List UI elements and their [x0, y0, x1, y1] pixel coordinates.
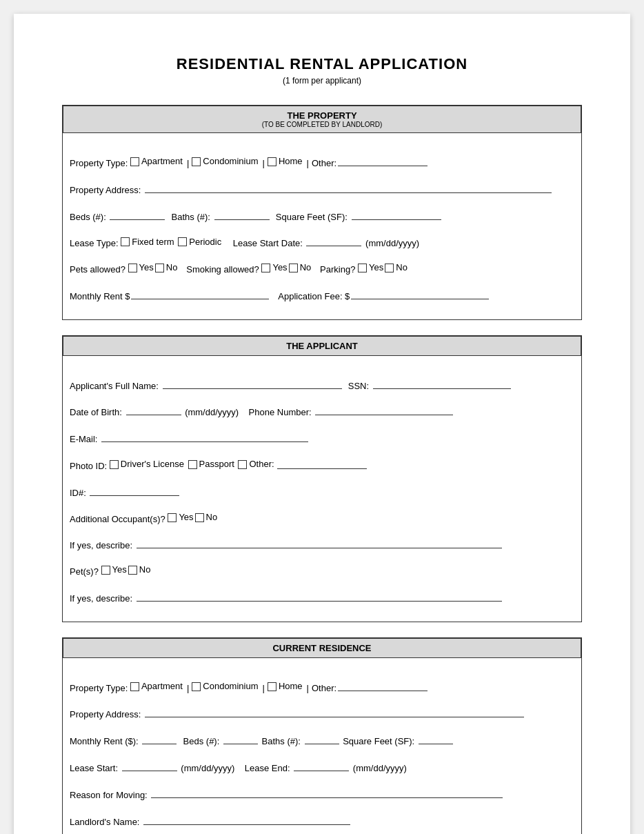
photo-other-label: Other: [249, 457, 274, 472]
lease-type-row: Lease Type: Fixed term Periodic Lease St… [70, 234, 574, 251]
parking-label: Parking? [320, 263, 355, 277]
dob-input[interactable] [126, 403, 181, 415]
applicant-pets-yes-checkbox[interactable] [101, 566, 110, 575]
cr-apartment-checkbox[interactable] [130, 682, 139, 691]
baths-input[interactable] [214, 208, 270, 220]
cr-property-type-label: Property Type: [70, 682, 128, 696]
applicant-section-body: Applicant's Full Name: SSN: Date of Birt… [63, 367, 581, 622]
home-label: Home [279, 155, 303, 169]
square-feet-label: Square Feet (SF): [276, 210, 348, 225]
cr-reason-input[interactable] [151, 786, 503, 798]
applicant-section: THE APPLICANT Applicant's Full Name: SSN… [62, 335, 582, 622]
cr-monthly-rent-input[interactable] [142, 732, 177, 744]
page: RESIDENTIAL RENTAL APPLICATION (1 form p… [14, 14, 630, 834]
cr-condo-checkbox[interactable] [192, 682, 201, 691]
email-row: E-Mail: [70, 430, 574, 447]
phone-input[interactable] [315, 403, 453, 415]
cr-beds-label: Beds (#): [183, 735, 220, 749]
cr-lease-end-format: (mm/dd/yyyy) [353, 762, 407, 776]
cr-lease-start-label: Lease Start: [70, 762, 118, 776]
periodic-checkbox[interactable] [178, 237, 187, 246]
dob-format-label: (mm/dd/yyyy) [185, 406, 239, 420]
parking-yes-item: Yes [358, 261, 383, 275]
property-section: THE PROPERTY (TO BE COMPLETED BY LANDLOR… [62, 105, 582, 320]
cr-baths-input[interactable] [305, 732, 339, 744]
cr-address-input[interactable] [145, 705, 524, 717]
application-fee-input[interactable] [351, 287, 489, 299]
pets-no-item: No [155, 261, 178, 275]
current-residence-body: Property Type: Apartment | Condominium |… [63, 669, 581, 834]
id-number-input[interactable] [90, 484, 179, 496]
apartment-checkbox[interactable] [130, 157, 139, 166]
drivers-license-item: Driver's License [110, 457, 184, 472]
cr-home-checkbox[interactable] [268, 682, 276, 691]
apartment-checkbox-item: Apartment [130, 155, 183, 169]
cr-home-label: Home [279, 679, 303, 694]
cr-landlord-name-input[interactable] [143, 813, 350, 825]
smoking-yes-checkbox[interactable] [261, 264, 270, 272]
ssn-input[interactable] [373, 377, 511, 389]
cr-sqft-label: Square Feet (SF): [343, 735, 414, 749]
other-input[interactable] [338, 154, 427, 166]
cr-other-input[interactable] [338, 679, 427, 691]
periodic-label: Periodic [189, 235, 221, 250]
property-type-row: Property Type: Apartment | Condominium |… [70, 154, 574, 171]
photo-id-label: Photo ID: [70, 459, 107, 474]
applicant-name-input[interactable] [163, 377, 342, 389]
document-title: RESIDENTIAL RENTAL APPLICATION [62, 55, 582, 73]
pets-smoking-parking-row: Pets allowed? Yes No Smoking allowed? Ye… [70, 261, 574, 277]
property-header-title: THE PROPERTY [63, 110, 581, 121]
occupants-describe-input[interactable] [137, 536, 502, 548]
occupants-no-checkbox[interactable] [195, 513, 204, 522]
document-subtitle: (1 form per applicant) [62, 76, 582, 86]
home-checkbox[interactable] [268, 157, 276, 166]
current-residence-title: CURRENT RESIDENCE [63, 643, 581, 653]
additional-occupants-row: Additional Occupant(s)? Yes No [70, 510, 574, 527]
condominium-label: Condominium [203, 155, 258, 169]
monthly-rent-input[interactable] [131, 287, 269, 299]
smoking-no-item: No [289, 261, 312, 275]
occupants-yes-checkbox[interactable] [168, 513, 177, 522]
beds-input[interactable] [110, 208, 165, 220]
applicant-pets-no-label: No [139, 563, 151, 577]
photo-other-input[interactable] [277, 457, 367, 469]
cr-address-label: Property Address: [70, 708, 141, 722]
pets-describe-input[interactable] [137, 589, 502, 602]
cr-property-type-row: Property Type: Apartment | Condominium |… [70, 679, 574, 696]
cr-lease-end-input[interactable] [294, 759, 349, 771]
property-address-input[interactable] [145, 181, 552, 193]
email-input[interactable] [101, 430, 308, 442]
smoking-yes-label: Yes [272, 261, 287, 275]
name-ssn-row: Applicant's Full Name: SSN: [70, 377, 574, 394]
parking-no-checkbox[interactable] [385, 264, 394, 272]
pets-row: Pet(s)? Yes No [70, 563, 574, 579]
applicant-header-title: THE APPLICANT [63, 341, 581, 351]
cr-address-row: Property Address: [70, 705, 574, 722]
cr-beds-input[interactable] [223, 732, 258, 744]
fixed-term-checkbox[interactable] [121, 237, 130, 246]
property-section-body: Property Type: Apartment | Condominium |… [63, 144, 581, 319]
photo-other-checkbox[interactable] [238, 460, 247, 469]
passport-item: Passport [188, 457, 234, 472]
drivers-license-checkbox[interactable] [110, 460, 119, 469]
square-feet-input[interactable] [352, 208, 441, 220]
pets-yes-label: Yes [139, 261, 154, 275]
parking-yes-checkbox[interactable] [358, 264, 367, 272]
periodic-checkbox-item: Periodic [178, 235, 221, 250]
baths-label: Baths (#): [172, 210, 210, 225]
smoking-no-checkbox[interactable] [289, 264, 298, 272]
passport-checkbox[interactable] [188, 460, 197, 469]
pets-yes-checkbox[interactable] [128, 264, 137, 272]
cr-lease-dates-row: Lease Start: (mm/dd/yyyy) Lease End: (mm… [70, 759, 574, 776]
cr-rent-beds-baths-row: Monthly Rent ($): Beds (#): Baths (#): S… [70, 732, 574, 749]
applicant-pets-no-checkbox[interactable] [128, 566, 137, 575]
pets-allowed-label: Pets allowed? [70, 263, 125, 277]
condominium-checkbox[interactable] [192, 157, 201, 166]
cr-monthly-rent-label: Monthly Rent ($): [70, 735, 139, 749]
cr-sqft-input[interactable] [419, 732, 453, 744]
cr-lease-start-input[interactable] [122, 759, 177, 771]
pets-no-checkbox[interactable] [155, 264, 164, 272]
lease-start-date-label: Lease Start Date: [233, 237, 303, 251]
lease-start-date-input[interactable] [306, 234, 361, 246]
other-label: Other: [312, 157, 336, 171]
